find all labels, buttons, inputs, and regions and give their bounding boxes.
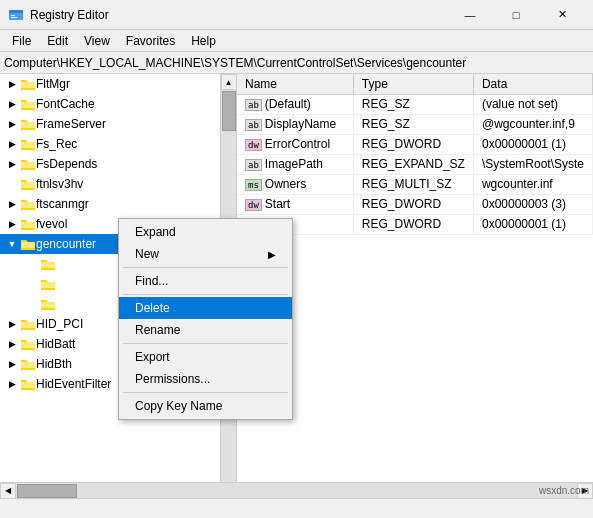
tree-item-ftnlsv3hv[interactable]: ▶ ftnlsv3hv xyxy=(0,174,236,194)
close-button[interactable]: ✕ xyxy=(539,0,585,30)
title-bar-controls: — □ ✕ xyxy=(447,0,585,30)
ctx-copy-key[interactable]: Copy Key Name xyxy=(119,395,292,417)
expand-hidpci[interactable]: ▶ xyxy=(4,316,20,332)
cell-type: REG_EXPAND_SZ xyxy=(353,154,473,174)
scroll-up[interactable]: ▲ xyxy=(221,74,237,90)
tree-label-fltmgr: FltMgr xyxy=(36,77,70,91)
expand-fontcache[interactable]: ▶ xyxy=(4,96,20,112)
tree-label-hidbatt: HidBatt xyxy=(36,337,75,351)
table-row[interactable]: abDisplayName REG_SZ @wgcounter.inf,9 xyxy=(237,114,593,134)
app-icon xyxy=(8,7,24,23)
cell-data: (value not set) xyxy=(473,94,592,114)
cell-type: REG_DWORD xyxy=(353,134,473,154)
expand-frameserver[interactable]: ▶ xyxy=(4,116,20,132)
ctx-permissions-label: Permissions... xyxy=(135,372,210,386)
cell-name: abImagePath xyxy=(237,154,353,174)
watermark: wsxdn.com xyxy=(539,485,589,496)
cell-type: REG_DWORD xyxy=(353,194,473,214)
status-bar xyxy=(0,498,593,518)
ctx-separator-1 xyxy=(123,267,288,268)
expand-fsdepends[interactable]: ▶ xyxy=(4,156,20,172)
cell-type: REG_SZ xyxy=(353,114,473,134)
ctx-expand[interactable]: Expand xyxy=(119,221,292,243)
menu-edit[interactable]: Edit xyxy=(39,30,76,52)
ctx-new[interactable]: New ▶ xyxy=(119,243,292,265)
table-row[interactable]: dwStart REG_DWORD 0x00000003 (3) xyxy=(237,194,593,214)
tree-item-fltmgr[interactable]: ▶ FltMgr xyxy=(0,74,236,94)
menu-view[interactable]: View xyxy=(76,30,118,52)
main-area: ▶ FltMgr ▶ FontCache ▶ FrameServer ▶ Fs_… xyxy=(0,74,593,518)
ctx-export-label: Export xyxy=(135,350,170,364)
tree-item-fontcache[interactable]: ▶ FontCache xyxy=(0,94,236,114)
expand-hidbatt[interactable]: ▶ xyxy=(4,336,20,352)
menu-help[interactable]: Help xyxy=(183,30,224,52)
minimize-button[interactable]: — xyxy=(447,0,493,30)
ctx-new-label: New xyxy=(135,247,159,261)
ctx-delete-label: Delete xyxy=(135,301,170,315)
hscroll-thumb[interactable] xyxy=(17,484,77,498)
col-data[interactable]: Data xyxy=(473,74,592,94)
tree-label-hidpci: HID_PCI xyxy=(36,317,83,331)
hscroll-track[interactable] xyxy=(16,483,577,499)
folder-icon-fltmgr xyxy=(20,76,36,92)
cell-data: \SystemRoot\Syste xyxy=(473,154,592,174)
bottom-scrollbar[interactable]: ◀ ▶ xyxy=(0,482,593,498)
ctx-separator-2 xyxy=(123,294,288,295)
cell-name: msOwners xyxy=(237,174,353,194)
menu-file[interactable]: File xyxy=(4,30,39,52)
ctx-rename-label: Rename xyxy=(135,323,180,337)
ctx-copy-key-label: Copy Key Name xyxy=(135,399,222,413)
menu-bar: File Edit View Favorites Help xyxy=(0,30,593,52)
menu-favorites[interactable]: Favorites xyxy=(118,30,183,52)
ctx-export[interactable]: Export xyxy=(119,346,292,368)
tree-item-fsrec[interactable]: ▶ Fs_Rec xyxy=(0,134,236,154)
maximize-button[interactable]: □ xyxy=(493,0,539,30)
scroll-thumb[interactable] xyxy=(222,91,236,131)
tree-item-ftscanmgr[interactable]: ▶ ftscanmgr xyxy=(0,194,236,214)
tree-label-gencounter: gencounter xyxy=(36,237,96,251)
folder-icon-hidpci xyxy=(20,316,36,332)
ctx-permissions[interactable]: Permissions... xyxy=(119,368,292,390)
hscroll-left[interactable]: ◀ xyxy=(0,483,16,499)
folder-icon-fsdepends xyxy=(20,156,36,172)
window-title: Registry Editor xyxy=(30,8,109,22)
ctx-find[interactable]: Find... xyxy=(119,270,292,292)
expand-fsrec[interactable]: ▶ xyxy=(4,136,20,152)
cell-data: 0x00000001 (1) xyxy=(473,134,592,154)
address-bar: Computer\HKEY_LOCAL_MACHINE\SYSTEM\Curre… xyxy=(0,52,593,74)
expand-ftscanmgr[interactable]: ▶ xyxy=(4,196,20,212)
svg-rect-3 xyxy=(11,17,17,18)
expand-gencounter[interactable]: ▼ xyxy=(4,236,20,252)
title-bar-left: Registry Editor xyxy=(8,7,109,23)
cell-data: 0x00000003 (3) xyxy=(473,194,592,214)
folder-icon-hidbatt xyxy=(20,336,36,352)
folder-icon-sub2 xyxy=(40,276,56,292)
tree-item-fsdepends[interactable]: ▶ FsDepends xyxy=(0,154,236,174)
tree-label-fsrec: Fs_Rec xyxy=(36,137,77,151)
cell-type: REG_MULTI_SZ xyxy=(353,174,473,194)
ctx-new-arrow: ▶ xyxy=(268,249,276,260)
col-type[interactable]: Type xyxy=(353,74,473,94)
col-name[interactable]: Name xyxy=(237,74,353,94)
expand-hidbth[interactable]: ▶ xyxy=(4,356,20,372)
tree-label-ftscanmgr: ftscanmgr xyxy=(36,197,89,211)
cell-type: REG_SZ xyxy=(353,94,473,114)
cell-type: REG_DWORD xyxy=(353,214,473,234)
tree-label-fvevol: fvevol xyxy=(36,217,67,231)
tree-label-fontcache: FontCache xyxy=(36,97,95,111)
address-label: Computer\HKEY_LOCAL_MACHINE\SYSTEM\Curre… xyxy=(4,56,466,70)
expand-fvevol[interactable]: ▶ xyxy=(4,216,20,232)
table-row[interactable]: abImagePath REG_EXPAND_SZ \SystemRoot\Sy… xyxy=(237,154,593,174)
table-row[interactable]: dwErrorControl REG_DWORD 0x00000001 (1) xyxy=(237,134,593,154)
ctx-separator-3 xyxy=(123,343,288,344)
title-bar: Registry Editor — □ ✕ xyxy=(0,0,593,30)
expand-hideventfilter[interactable]: ▶ xyxy=(4,376,20,392)
tree-item-frameserver[interactable]: ▶ FrameServer xyxy=(0,114,236,134)
folder-icon-gencounter xyxy=(20,236,36,252)
ctx-delete[interactable]: Delete xyxy=(119,297,292,319)
tree-label-frameserver: FrameServer xyxy=(36,117,106,131)
table-row[interactable]: ab(Default) REG_SZ (value not set) xyxy=(237,94,593,114)
expand-fltmgr[interactable]: ▶ xyxy=(4,76,20,92)
ctx-rename[interactable]: Rename xyxy=(119,319,292,341)
table-row[interactable]: msOwners REG_MULTI_SZ wgcounter.inf xyxy=(237,174,593,194)
